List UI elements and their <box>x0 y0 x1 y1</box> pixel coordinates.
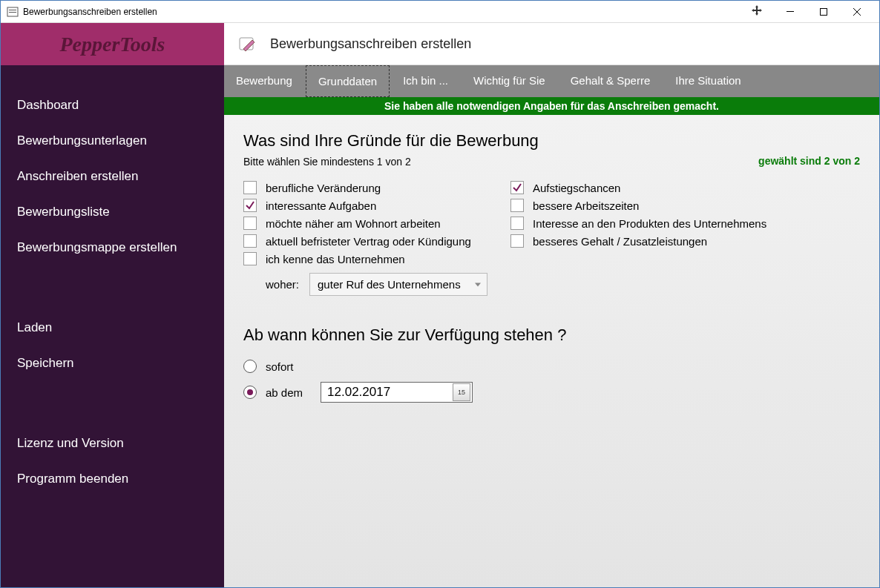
minimize-button[interactable] <box>773 1 807 22</box>
label-besseres-gehalt: besseres Gehalt / Zusatzleistungen <box>533 235 707 248</box>
woher-label: woher: <box>266 278 299 291</box>
page-header: Bewerbungsanschreiben erstellen <box>224 23 879 65</box>
sidebar-item-anschreiben-erstellen[interactable]: Anschreiben erstellen <box>1 159 224 194</box>
label-interesse-produkte: Interesse an den Produkten des Unternehm… <box>533 217 766 230</box>
reasons-title: Was sind Ihre Gründe für die Bewerbung <box>243 131 860 151</box>
main: Bewerbungsanschreiben erstellen Bewerbun… <box>224 23 879 587</box>
svg-rect-1 <box>9 10 16 10</box>
tab-situation[interactable]: Ihre Situation <box>663 65 752 97</box>
checkbox-naeher-wohnort[interactable] <box>243 217 257 230</box>
tab-ich-bin[interactable]: Ich bin ... <box>391 65 460 97</box>
sidebar-item-beenden[interactable]: Programm beenden <box>1 461 224 497</box>
label-befristeter-vertrag: aktuell befristeter Vertrag oder Kündigu… <box>266 235 471 248</box>
label-kenne-unternehmen: ich kenne das Unternehmen <box>266 253 405 265</box>
reasons-grid: berufliche Veränderung Aufstiegschancen … <box>243 181 860 265</box>
sidebar-item-lizenz[interactable]: Lizenz und Version <box>1 426 224 461</box>
sidebar: PepperTools Dashboard Bewerbungsunterlag… <box>1 23 224 587</box>
sidebar-item-bewerbungsunterlagen[interactable]: Bewerbungsunterlagen <box>1 123 224 159</box>
content: Was sind Ihre Gründe für die Bewerbung B… <box>224 115 879 587</box>
sidebar-item-bewerbungsmappe[interactable]: Bewerbungsmappe erstellen <box>1 230 224 265</box>
maximize-button[interactable] <box>807 1 840 22</box>
checkbox-besseres-gehalt[interactable] <box>510 234 524 248</box>
tabbar: Bewerbung Grunddaten Ich bin ... Wichtig… <box>224 65 879 97</box>
label-ab-dem: ab dem <box>266 386 303 399</box>
tab-wichtig[interactable]: Wichtig für Sie <box>462 65 557 97</box>
label-sofort: sofort <box>266 360 294 373</box>
close-button[interactable] <box>840 1 873 22</box>
brand-banner: PepperTools <box>1 23 224 65</box>
svg-rect-2 <box>9 12 16 13</box>
checkbox-interesse-produkte[interactable] <box>510 217 524 230</box>
label-interessante-aufgaben: interessante Aufgaben <box>266 199 376 212</box>
page-title: Bewerbungsanschreiben erstellen <box>270 36 471 52</box>
sidebar-item-laden[interactable]: Laden <box>1 310 224 346</box>
radio-ab-dem[interactable] <box>243 386 257 399</box>
window-controls <box>773 1 873 22</box>
woher-row: woher: guter Ruf des Unternehmens <box>266 273 860 296</box>
nav: Dashboard Bewerbungsunterlagen Anschreib… <box>1 65 224 497</box>
woher-select[interactable]: guter Ruf des Unternehmens <box>309 273 487 296</box>
titlebar: Bewerbungsanschreiben erstellen <box>1 1 879 23</box>
availability-title: Ab wann können Sie zur Verfügung stehen … <box>243 326 860 345</box>
tab-gehalt-sperre[interactable]: Gehalt & Sperre <box>559 65 663 97</box>
app-icon <box>7 6 19 18</box>
reasons-subtitle: Bitte wählen Sie mindestens 1 von 2 <box>243 156 411 168</box>
tab-bewerbung[interactable]: Bewerbung <box>224 65 304 97</box>
radio-sofort[interactable] <box>243 360 257 373</box>
label-aufstiegschancen: Aufstiegschancen <box>533 182 620 194</box>
sidebar-item-speichern[interactable]: Speichern <box>1 346 224 381</box>
sidebar-item-bewerbungsliste[interactable]: Bewerbungsliste <box>1 194 224 230</box>
label-naeher-wohnort: möchte näher am Wohnort arbeiten <box>266 217 441 230</box>
reasons-count: gewählt sind 2 von 2 <box>758 155 860 167</box>
checkbox-befristeter-vertrag[interactable] <box>243 234 257 248</box>
tab-grunddaten[interactable]: Grunddaten <box>306 65 390 97</box>
checkbox-bessere-arbeitszeiten[interactable] <box>510 199 524 212</box>
label-bessere-arbeitszeiten: bessere Arbeitszeiten <box>533 199 639 212</box>
window-title: Bewerbungsanschreiben erstellen <box>23 7 740 17</box>
brand-text: PepperTools <box>59 33 165 56</box>
checkbox-berufliche-veraenderung[interactable] <box>243 181 257 194</box>
svg-rect-4 <box>820 8 827 15</box>
date-field: 15 <box>321 382 473 403</box>
label-berufliche-veraenderung: berufliche Veränderung <box>266 182 381 194</box>
date-input[interactable] <box>321 383 451 401</box>
checkbox-aufstiegschancen[interactable] <box>510 181 524 194</box>
svg-rect-3 <box>787 11 794 12</box>
checkbox-interessante-aufgaben[interactable] <box>243 199 257 212</box>
sidebar-item-dashboard[interactable]: Dashboard <box>1 87 224 123</box>
move-icon <box>740 5 773 19</box>
checkbox-kenne-unternehmen[interactable] <box>243 252 257 265</box>
calendar-icon[interactable]: 15 <box>453 383 470 401</box>
status-strip: Sie haben alle notwendigen Angaben für d… <box>224 97 879 115</box>
document-edit-icon <box>237 36 258 52</box>
